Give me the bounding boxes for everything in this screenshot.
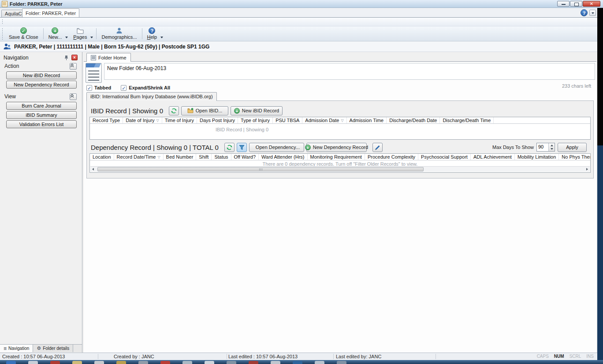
taskbar-icon[interactable] (271, 361, 280, 364)
close-button[interactable]: ✕ (583, 1, 600, 7)
scroll-left-icon[interactable] (90, 167, 97, 172)
column-header-psychosocial-support[interactable]: Psychosocial Support (418, 154, 471, 160)
taskbar-icon[interactable] (94, 361, 104, 364)
new-dropdown-arrow[interactable] (65, 37, 68, 38)
collapse-icon[interactable] (70, 63, 77, 70)
refresh-button[interactable] (169, 106, 179, 115)
column-header-admission-date[interactable]: Admission Date▽ (302, 117, 346, 123)
checkbox-check-icon[interactable]: ✓ (121, 85, 127, 91)
taskbar-icon[interactable] (6, 361, 16, 364)
column-header-status[interactable]: Status (212, 154, 231, 160)
help-dropdown-arrow[interactable] (160, 37, 163, 38)
column-filter-icon[interactable]: ▽ (341, 119, 343, 123)
column-header-mobility-limitation[interactable]: Mobility Limitation (515, 154, 559, 160)
taskbar-icon[interactable] (337, 361, 346, 364)
tab-folder-home[interactable]: Folder Home (86, 53, 131, 62)
help-button[interactable]: ? Help (144, 26, 161, 41)
save-close-button[interactable]: ✓ Save & Close (5, 26, 42, 41)
column-header-admission-time[interactable]: Admission Time (347, 117, 387, 123)
taskbar-icon[interactable] (293, 361, 302, 364)
taskbar-icon[interactable] (138, 361, 148, 364)
column-header-adl-achievement[interactable]: ADL Achievement (471, 154, 515, 160)
refresh-button[interactable] (224, 143, 234, 152)
restore-button[interactable] (570, 1, 582, 7)
checkbox-expand-shrink-all[interactable]: ✓Expand/Shrink All (121, 84, 170, 91)
windows-taskbar[interactable] (0, 360, 603, 364)
pin-icon[interactable] (64, 55, 69, 60)
max-days-input[interactable] (538, 144, 549, 149)
column-header-monitoring-requirement[interactable]: Monitoring Requirement (308, 154, 365, 160)
column-filter-icon[interactable]: ▽ (157, 155, 160, 159)
folder-name-field[interactable] (104, 63, 595, 80)
sidebar-tab-navigation[interactable]: ≡ Navigation (0, 345, 33, 352)
column-header-discharge-death-date[interactable]: Discharge/Death Date (387, 117, 440, 123)
column-header-date-of-injury[interactable]: Date of Injury▽ (123, 117, 162, 123)
sidebar-button-new-dependency-record[interactable]: New Dependency Record (6, 81, 77, 89)
minimize-button[interactable] (557, 1, 570, 7)
column-header-shift[interactable]: Shift (196, 154, 212, 160)
spinner-arrows[interactable] (548, 143, 555, 151)
edit-icon (374, 144, 380, 150)
taskbar-icon[interactable] (50, 361, 60, 364)
sidebar-button-validation-errors-list[interactable]: Validation Errors List (6, 120, 77, 128)
open-ibid-button[interactable]: Open IBID... (181, 106, 228, 115)
column-header-type-of-injury[interactable]: Type of Injury (238, 117, 273, 123)
view-group-label: View (4, 93, 16, 100)
patient-banner: PARKER, Peter | 1111111111 | Male | Born… (0, 41, 597, 52)
edit-button[interactable] (372, 143, 383, 152)
collapse-icon[interactable] (70, 93, 77, 100)
chevron-down-icon[interactable] (589, 10, 596, 16)
checkbox-check-icon[interactable]: ✓ (86, 85, 92, 91)
filter-button[interactable] (237, 143, 247, 152)
column-filter-icon[interactable]: ▽ (156, 119, 159, 123)
horizontal-scrollbar[interactable] (90, 166, 590, 172)
navigation-panel-title: Navigation (4, 55, 29, 61)
column-header-off-ward-[interactable]: Off Ward? (231, 154, 259, 160)
checkbox-tabbed[interactable]: ✓Tabbed (86, 84, 111, 91)
apply-button[interactable]: Apply (558, 143, 587, 152)
column-header-record-type[interactable]: Record Type (90, 117, 123, 123)
demographics-button[interactable]: Demographics... (98, 26, 140, 41)
panel-close-icon[interactable]: × (71, 55, 78, 60)
open-dependency-button[interactable]: Open Dependency... (249, 143, 304, 152)
taskbar-icon[interactable] (116, 361, 126, 364)
title-bar[interactable]: Folder: PARKER, Peter ✕ (0, 0, 603, 8)
sidebar-tab-folder-details[interactable]: ⚙ Folder details (33, 345, 73, 352)
taskbar-icon[interactable] (72, 361, 82, 364)
column-header-location[interactable]: Location (90, 154, 114, 160)
new-dependency-record-button[interactable]: + New Dependency Record (306, 143, 367, 152)
column-header-days-post-injury[interactable]: Days Post Injury (197, 117, 238, 123)
toolbar-grip[interactable] (2, 19, 3, 25)
sidebar-button-burn-care-journal[interactable]: Burn Care Journal (6, 102, 77, 110)
column-header-bed-number[interactable]: Bed Number (164, 154, 197, 160)
column-header-procedure-complexity[interactable]: Procedure Complexity (365, 154, 418, 160)
pages-button[interactable]: Pages (70, 26, 90, 41)
toolbar-grip[interactable] (2, 28, 3, 40)
tab-ibid-database[interactable]: iBID: International Burn Injury Database… (86, 92, 217, 101)
column-header-record-date-time[interactable]: Record Date/Time▽ (114, 154, 164, 160)
column-header-ward-attender-hrs-[interactable]: Ward Attender (Hrs) (259, 154, 307, 160)
tab-folder-parker-peter[interactable]: Folder: PARKER, Peter (22, 8, 79, 17)
pages-dropdown-arrow[interactable] (90, 37, 93, 38)
scroll-right-icon[interactable] (584, 167, 590, 172)
column-header-time-of-injury[interactable]: Time of Injury (162, 117, 197, 123)
sidebar-button-new-ibid-record[interactable]: New iBID Record (6, 71, 77, 79)
taskbar-icon[interactable] (227, 361, 236, 364)
help-icon[interactable]: ? (581, 9, 588, 16)
taskbar-icon[interactable] (160, 361, 170, 364)
column-header-discharge-death-time[interactable]: Discharge/Death Time (440, 117, 494, 123)
taskbar-icon[interactable] (249, 361, 258, 364)
taskbar-icon[interactable] (205, 361, 214, 364)
max-days-spinner[interactable] (536, 143, 555, 152)
new-ibid-record-button[interactable]: + New iBID Record (231, 106, 283, 115)
column-header-no-phys-therapy[interactable]: No Phys Therapy (559, 154, 590, 160)
folder-name-input[interactable] (107, 65, 592, 71)
new-button[interactable]: + New... (45, 26, 66, 41)
sidebar-button-ibid-summary[interactable]: iBID Summary (6, 111, 77, 119)
plus-icon: + (305, 145, 311, 150)
scrollbar-thumb[interactable] (97, 167, 424, 171)
column-header-psu-tbsa[interactable]: PSU TBSA (273, 117, 302, 123)
taskbar-icon[interactable] (182, 361, 192, 364)
taskbar-icon[interactable] (28, 361, 38, 364)
taskbar-icon[interactable] (315, 361, 324, 364)
